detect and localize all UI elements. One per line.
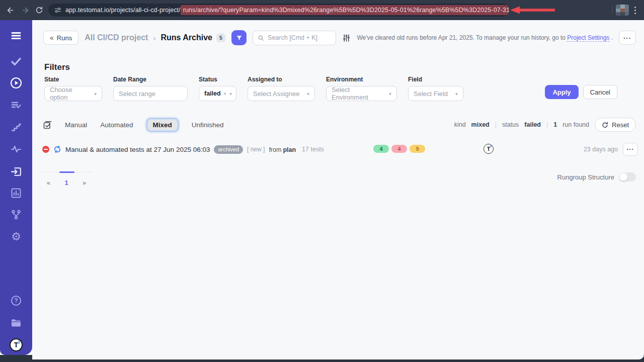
toolbar-divider (612, 6, 613, 15)
kind-value: mixed (471, 121, 490, 128)
found-count: 1 (553, 121, 557, 128)
environment-select[interactable]: Select Environment ▾ (326, 86, 397, 101)
assignee-value: Select Assignee (253, 90, 300, 98)
state-select[interactable]: Choose option ▾ (44, 86, 102, 101)
browser-back-icon[interactable] (5, 5, 15, 15)
filter-field-environment: Environment Select Environment ▾ (326, 76, 397, 101)
sidebar-item-plans[interactable] (10, 99, 23, 112)
profile-avatar[interactable] (616, 5, 629, 16)
tab-mixed[interactable]: Mixed (146, 118, 179, 132)
tab-manual[interactable]: Manual (65, 121, 87, 129)
browser-reload-icon[interactable] (34, 5, 44, 15)
status-summary-value: failed (524, 121, 541, 128)
play-circle-icon (10, 76, 23, 89)
result-pills: 4 4 9 (373, 145, 425, 153)
pagination-track (40, 172, 93, 172)
kind-label: kind (454, 121, 466, 128)
run-meta: 23 days ago ··· (584, 142, 638, 157)
breadcrumb: All CI/CD project › Runs Archive 5 (85, 33, 225, 42)
tab-automated[interactable]: Automated (100, 121, 133, 129)
search-input[interactable] (268, 34, 331, 41)
environment-value: Select Environment (332, 86, 386, 101)
bar-chart-icon (10, 187, 22, 199)
select-all-icon[interactable] (43, 121, 52, 129)
run-info: Manual & automated tests at 27 Jun 2025 … (42, 142, 324, 157)
assignee-select[interactable]: Select Assignee ▾ (248, 86, 315, 101)
chevron-down-icon: ▾ (455, 91, 458, 97)
browser-toolbar: app.testomat.io/projects/all-ci-cd-proje… (0, 0, 644, 20)
rungroup-structure-toggle[interactable] (619, 172, 636, 182)
state-value: Choose option (50, 86, 91, 101)
pagination-page-1[interactable]: 1 (64, 179, 68, 187)
sidebar-item-tests[interactable] (10, 55, 23, 68)
view-settings-icon[interactable] (342, 34, 351, 42)
chevron-down-icon: ▾ (94, 91, 97, 97)
branch-icon (10, 209, 22, 221)
page-content: « Runs All CI/CD project › Runs Archive … (0, 20, 644, 359)
apply-button[interactable]: Apply (545, 85, 578, 99)
folder-icon (10, 317, 22, 329)
testomat-logo-icon: T (10, 338, 23, 351)
toggle-knob (619, 173, 627, 181)
rungroup-structure-label: Rungroup Structure (557, 173, 614, 181)
cancel-button[interactable]: Cancel (583, 85, 617, 99)
screen: app.testomat.io/projects/all-ci-cd-proje… (0, 0, 644, 362)
sidebar-item-menu[interactable] (10, 29, 23, 42)
sidebar-item-runs[interactable] (10, 76, 23, 89)
sidebar-item-settings[interactable]: ⚙ (10, 230, 23, 243)
address-bar[interactable]: app.testomat.io/projects/all-ci-cd-proje… (48, 4, 509, 17)
status-label: Status (199, 76, 236, 83)
project-settings-link[interactable]: Project Settings (567, 34, 609, 42)
field-label: Field (408, 76, 463, 83)
logo-letter: T (487, 146, 491, 152)
tabs-row: Manual Automated Mixed Unfinished kind m… (43, 117, 636, 133)
cleanup-notice: We've cleared old runs before Apr 21, 20… (357, 34, 613, 41)
browser-forward-icon[interactable] (20, 5, 30, 15)
filter-field-assigned-to: Assigned to Select Assignee ▾ (248, 76, 315, 101)
reset-button[interactable]: Reset (595, 118, 636, 132)
run-more-button[interactable]: ··· (623, 143, 638, 156)
status-select[interactable]: failed × ▾ (199, 86, 236, 101)
from-value: plan (283, 146, 296, 153)
date-range-input-wrap (113, 86, 188, 101)
remove-status-icon[interactable]: × (223, 90, 226, 97)
sidebar-item-activity[interactable] (10, 142, 23, 155)
pagination-next[interactable]: » (83, 179, 86, 187)
run-row[interactable]: Manual & automated tests at 27 Jun 2025 … (0, 142, 644, 157)
filter-field-field: Field Select Field ▾ (408, 76, 463, 101)
annotation-arrow-icon (510, 6, 556, 14)
sidebar-item-import[interactable] (10, 165, 23, 178)
run-title[interactable]: Manual & automated tests at 27 Jun 2025 … (65, 146, 210, 153)
sidebar-item-testomat-logo[interactable]: T (10, 338, 23, 351)
breadcrumb-project[interactable]: All CI/CD project (85, 33, 148, 42)
hamburger-icon (10, 30, 22, 42)
back-to-runs-button[interactable]: « Runs (43, 31, 78, 45)
stairs-icon (10, 121, 22, 133)
reporter-logo-icon[interactable]: T (484, 144, 494, 154)
sidebar-item-analytics[interactable] (10, 187, 23, 200)
sidebar-item-branches[interactable] (10, 208, 23, 221)
site-settings-icon[interactable] (54, 7, 61, 14)
notice-suffix: . (611, 34, 613, 41)
pagination: « 1 » (40, 172, 93, 187)
pagination-prev[interactable]: « (47, 179, 50, 187)
notice-text: We've cleared old runs before Apr 21, 20… (357, 34, 566, 41)
found-count-label: run found (562, 121, 589, 128)
field-select[interactable]: Select Field ▾ (408, 86, 463, 101)
header-more-button[interactable]: ··· (619, 31, 636, 45)
page-title: Runs Archive (160, 33, 212, 42)
filter-button[interactable] (231, 30, 247, 45)
skipped-count-pill: 9 (410, 145, 425, 153)
runs-count-badge: 5 (216, 33, 225, 42)
browser-menu-icon[interactable] (631, 5, 639, 15)
filter-fields: State Choose option ▾ Date Range Status … (44, 76, 463, 101)
sidebar-item-help[interactable]: ? (10, 294, 23, 307)
sidebar-item-projects[interactable] (10, 316, 23, 329)
filter-field-state: State Choose option ▾ (44, 76, 102, 101)
sidebar-item-milestones[interactable] (10, 121, 23, 134)
date-range-input[interactable] (119, 90, 182, 98)
chevron-down-icon: ▾ (389, 91, 391, 97)
tab-unfinished[interactable]: Unfinished (192, 121, 224, 129)
mixed-run-icon (53, 145, 61, 153)
breadcrumb-separator: › (153, 34, 155, 42)
